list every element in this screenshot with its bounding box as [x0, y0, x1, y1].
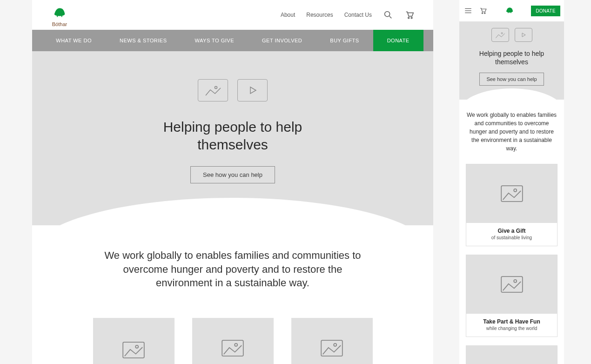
cart-icon[interactable] [404, 10, 415, 20]
mobile-donate-button[interactable]: DONATE [531, 6, 560, 16]
svg-point-4 [408, 17, 410, 19]
card-take-part[interactable]: Take Part & Have Fun while changing the … [192, 318, 274, 364]
image-placeholder-icon [491, 28, 509, 42]
image-placeholder-icon [466, 346, 557, 364]
svg-point-21 [501, 33, 503, 34]
desktop-view: Bóthar About Resources Contact Us WHAT W… [32, 0, 433, 364]
card-title: Take Part & Have Fun [470, 318, 553, 325]
card-give-monthly[interactable]: Give Monthly to see lasting change [291, 318, 373, 364]
nav-get-involved[interactable]: GET INVOLVED [248, 30, 316, 51]
image-placeholder-icon [291, 318, 373, 364]
brand-logo[interactable]: Bóthar [51, 3, 68, 27]
svg-line-3 [390, 16, 392, 19]
hero-media-row [51, 79, 415, 101]
svg-point-26 [514, 280, 517, 283]
mobile-hero: Helping people to help themselves See ho… [459, 21, 564, 100]
mobile-cards: Give a Gift of sustainable living Take P… [459, 164, 564, 364]
mission-text: We work globally to enables families and… [102, 249, 363, 290]
topnav-resources[interactable]: Resources [306, 12, 333, 18]
svg-rect-23 [501, 186, 523, 202]
image-placeholder-icon [466, 164, 557, 223]
svg-rect-10 [222, 340, 243, 356]
topnav-contact[interactable]: Contact Us [344, 12, 372, 18]
hero-headline: Helping people to help themselves [140, 118, 326, 153]
svg-point-11 [235, 344, 237, 346]
cart-icon[interactable] [478, 6, 488, 16]
hero-media-row [465, 28, 558, 42]
svg-point-24 [514, 189, 517, 192]
hero-headline: Helping people to help themselves [475, 49, 549, 66]
hero-cta-button[interactable]: See how you can help [479, 73, 544, 86]
card-subtitle: of sustainable living [470, 235, 553, 240]
card-subtitle: while changing the world [470, 326, 553, 331]
card-partial[interactable] [466, 345, 557, 364]
hero-section: Helping people to help themselves See ho… [32, 51, 433, 225]
nav-news-stories[interactable]: NEWS & STORIES [106, 30, 181, 51]
card-give-gift[interactable]: Give a Gift of sustainable living [466, 164, 557, 246]
svg-marker-7 [250, 87, 256, 94]
svg-rect-25 [501, 277, 523, 293]
card-title: Give a Gift [470, 228, 553, 234]
search-icon[interactable] [383, 10, 393, 20]
nav-donate[interactable]: DONATE [373, 30, 423, 51]
nav-what-we-do[interactable]: WHAT WE DO [42, 30, 106, 51]
brand-logo[interactable] [504, 4, 515, 17]
svg-point-6 [215, 87, 217, 89]
svg-point-17 [482, 13, 483, 13]
svg-point-13 [334, 344, 336, 346]
image-placeholder-icon [466, 255, 557, 314]
bothar-logo-icon [51, 3, 68, 20]
svg-rect-1 [61, 14, 62, 17]
svg-point-9 [135, 345, 138, 348]
main-nav: WHAT WE DO NEWS & STORIES WAYS TO GIVE G… [32, 30, 433, 51]
video-placeholder-icon[interactable] [237, 79, 268, 101]
nav-ways-to-give[interactable]: WAYS TO GIVE [181, 30, 248, 51]
brand-name: Bóthar [51, 21, 68, 27]
nav-buy-gifts[interactable]: BUY GIFTS [316, 30, 373, 51]
svg-point-5 [411, 17, 412, 19]
topnav-about[interactable]: About [281, 12, 295, 18]
svg-rect-0 [57, 14, 58, 17]
svg-rect-8 [123, 342, 144, 358]
image-placeholder-icon [192, 318, 274, 364]
svg-rect-12 [321, 340, 343, 356]
mobile-view: DONATE Helping people to help themselves… [459, 0, 564, 364]
svg-point-2 [385, 12, 390, 17]
cards-row: Give a Gift of sustainable living Take P… [32, 309, 433, 364]
card-take-part[interactable]: Take Part & Have Fun while changing the … [466, 255, 557, 337]
svg-marker-22 [522, 33, 525, 37]
mobile-mission: We work globally to enables families and… [459, 100, 564, 164]
hamburger-menu-icon[interactable] [463, 6, 473, 16]
mobile-header: DONATE [459, 0, 564, 21]
top-header: Bóthar About Resources Contact Us [32, 0, 433, 30]
image-placeholder-icon [198, 79, 228, 101]
svg-rect-19 [508, 12, 509, 13]
card-give-gift[interactable]: Give a Gift of sustainable living [93, 318, 175, 364]
bothar-logo-icon [504, 4, 515, 15]
svg-point-18 [484, 13, 485, 13]
svg-rect-20 [511, 12, 511, 13]
video-placeholder-icon[interactable] [515, 28, 532, 42]
mission-section: We work globally to enables families and… [32, 225, 433, 309]
mission-text: We work globally to enables families and… [466, 111, 557, 153]
image-placeholder-icon [93, 318, 175, 364]
hero-cta-button[interactable]: See how you can help [190, 166, 275, 183]
top-utility-nav: About Resources Contact Us [281, 10, 415, 20]
